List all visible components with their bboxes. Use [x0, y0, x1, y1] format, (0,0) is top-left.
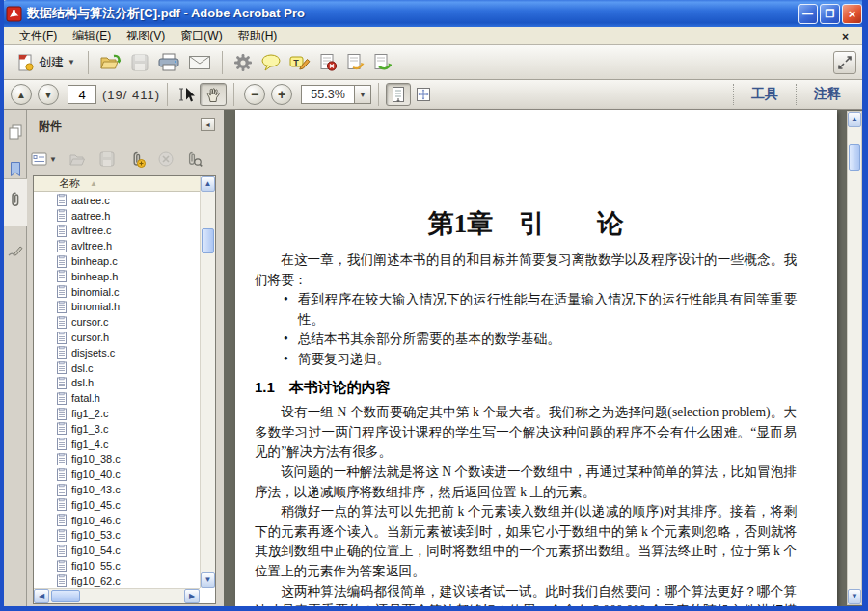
- scrollbar-thumb[interactable]: [51, 590, 80, 602]
- create-button[interactable]: 创建 ▼: [10, 51, 81, 74]
- file-item[interactable]: avltree.h: [34, 238, 200, 253]
- email-button[interactable]: [184, 52, 215, 73]
- file-icon: [57, 408, 67, 420]
- preferences-button[interactable]: [230, 51, 257, 74]
- scroll-down-icon[interactable]: ▼: [201, 572, 215, 588]
- title-bar[interactable]: 数据结构与算法分析[C].pdf - Adobe Acrobat Pro — ❐…: [0, 0, 868, 27]
- delete-attachment-icon[interactable]: [157, 150, 175, 168]
- attachments-panel-button[interactable]: [4, 183, 26, 216]
- file-item[interactable]: fig10_62.c: [34, 573, 200, 588]
- open-attachment-icon[interactable]: [68, 150, 87, 168]
- tools-pane-button[interactable]: 工具: [734, 86, 796, 103]
- fit-page-button[interactable]: [411, 84, 436, 105]
- scrollbar-thumb[interactable]: [849, 144, 860, 171]
- menu-item[interactable]: 编辑(E): [65, 27, 119, 45]
- file-item[interactable]: aatree.c: [34, 193, 200, 208]
- file-item[interactable]: fig1_4.c: [34, 437, 200, 452]
- pdf-page[interactable]: 第1章 引 论 在这一章，我们阐述本书的目的和目标并简要复习离散数学以及程序设计…: [235, 110, 837, 606]
- file-icon: [57, 332, 67, 344]
- file-item[interactable]: aatree.h: [34, 208, 200, 224]
- save-file-button[interactable]: [126, 51, 153, 74]
- scroll-left-icon[interactable]: ◀: [34, 589, 49, 603]
- pages-panel-button[interactable]: [4, 116, 26, 148]
- intro-paragraph: 在这一章，我们阐述本书的目的和目标并简要复习离散数学以及程序设计的一些概念。我们…: [255, 251, 797, 290]
- file-item[interactable]: dsl.c: [34, 360, 200, 376]
- acrobat-pdf-icon: [6, 6, 22, 22]
- name-column-header[interactable]: 名称 ▲: [34, 176, 200, 192]
- file-item[interactable]: dsl.h: [34, 376, 200, 391]
- body-paragraphs: 设有一组 N 个数而要确定其中第 k 个最大者。我们称之为选择问题(select…: [255, 403, 797, 606]
- file-item[interactable]: binheap.c: [34, 253, 200, 269]
- menu-item[interactable]: 视图(V): [119, 27, 173, 45]
- menu-item[interactable]: 窗口(W): [173, 27, 230, 45]
- file-item[interactable]: binomial.c: [34, 284, 200, 300]
- zoom-in-button[interactable]: +: [271, 84, 292, 105]
- file-item[interactable]: binheap.h: [34, 269, 200, 284]
- file-name: binheap.h: [71, 271, 118, 282]
- file-item[interactable]: cursor.h: [34, 330, 200, 345]
- comment-button[interactable]: [257, 51, 285, 74]
- minimize-button[interactable]: —: [798, 4, 818, 24]
- file-icon: [57, 560, 67, 572]
- attachments-horizontal-scrollbar[interactable]: ◀ ▶: [34, 588, 200, 603]
- open-file-button[interactable]: [95, 51, 126, 74]
- file-item[interactable]: cursor.c: [34, 314, 200, 330]
- chevron-left-icon: ◂: [205, 120, 209, 129]
- scroll-right-icon[interactable]: ▶: [184, 589, 200, 603]
- fit-page-icon: [415, 86, 432, 103]
- hand-tool-button[interactable]: [200, 83, 227, 106]
- comments-pane-button[interactable]: 注释: [797, 86, 858, 103]
- menu-item[interactable]: 帮助(H): [231, 27, 285, 45]
- page-number-input[interactable]: [68, 85, 96, 104]
- file-item[interactable]: fig10_38.c: [34, 452, 200, 467]
- options-menu-button[interactable]: ▼: [31, 152, 57, 166]
- collapse-panel-button[interactable]: ◂: [201, 118, 215, 131]
- file-item[interactable]: avltree.c: [34, 224, 200, 239]
- file-item[interactable]: fig10_54.c: [34, 543, 200, 558]
- file-item[interactable]: disjsets.c: [34, 345, 200, 360]
- file-item[interactable]: binomial.h: [34, 300, 200, 315]
- document-vertical-scrollbar[interactable]: ▲ ▼: [847, 111, 862, 605]
- file-item[interactable]: fig10_40.c: [34, 466, 200, 482]
- zoom-dropdown-button[interactable]: ▼: [355, 85, 371, 104]
- attachments-vertical-scrollbar[interactable]: ▲ ▼: [200, 176, 215, 588]
- previous-page-button[interactable]: ▲: [11, 84, 32, 105]
- menubar-close-icon[interactable]: ×: [842, 30, 853, 43]
- menu-item[interactable]: 文件(F): [12, 27, 65, 45]
- next-page-button[interactable]: ▼: [38, 84, 59, 105]
- save-attachment-icon[interactable]: [97, 150, 117, 168]
- main-toolbar: 创建 ▼: [4, 45, 862, 80]
- close-button[interactable]: ×: [842, 4, 862, 24]
- file-name: fig10_53.c: [71, 529, 121, 541]
- file-item[interactable]: fig10_55.c: [34, 558, 200, 573]
- file-item[interactable]: fig1_2.c: [34, 406, 200, 421]
- zoom-level-value[interactable]: 55.3%: [301, 85, 355, 104]
- delete-page-button[interactable]: [314, 51, 341, 74]
- file-item[interactable]: fig10_43.c: [34, 482, 200, 497]
- bookmarks-panel-button[interactable]: [4, 152, 26, 185]
- add-attachment-icon[interactable]: [127, 150, 147, 169]
- zoom-out-button[interactable]: −: [244, 84, 265, 105]
- bullet-dot: •: [284, 290, 298, 330]
- file-item[interactable]: fig10_53.c: [34, 528, 200, 544]
- convert-page-button[interactable]: [341, 51, 368, 74]
- scroll-down-icon[interactable]: ▼: [848, 589, 861, 604]
- svg-text:T: T: [293, 57, 299, 66]
- signatures-panel-button[interactable]: [4, 235, 26, 268]
- expand-view-button[interactable]: [833, 51, 856, 74]
- maximize-button[interactable]: ❐: [820, 4, 840, 24]
- file-item[interactable]: fatal.h: [34, 390, 200, 406]
- file-item[interactable]: fig1_3.c: [34, 421, 200, 437]
- search-attachment-icon[interactable]: [185, 150, 203, 168]
- file-item[interactable]: fig10_46.c: [34, 513, 200, 528]
- scrollbar-thumb[interactable]: [202, 228, 214, 253]
- file-item[interactable]: fig10_45.c: [34, 497, 200, 513]
- print-button[interactable]: [153, 51, 184, 74]
- text-callout-button[interactable]: T: [285, 51, 314, 74]
- scroll-up-icon[interactable]: ▲: [201, 176, 215, 192]
- export-page-button[interactable]: [368, 51, 395, 74]
- scroll-mode-button[interactable]: [386, 83, 411, 106]
- file-icon: [57, 361, 67, 374]
- scroll-up-icon[interactable]: ▲: [848, 112, 861, 127]
- select-tool-button[interactable]: [175, 84, 200, 105]
